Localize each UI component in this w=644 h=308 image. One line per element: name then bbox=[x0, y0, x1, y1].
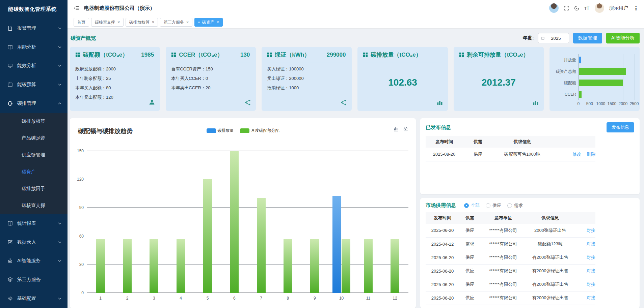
y-axis-tick: 150 bbox=[77, 149, 84, 153]
legend-allocation[interactable]: 月度碳配额分配 bbox=[240, 128, 279, 133]
year-picker[interactable] bbox=[538, 33, 569, 43]
bar-group bbox=[114, 151, 140, 293]
card-title: CCER（tCO₂e） bbox=[179, 51, 223, 59]
bar-group bbox=[328, 151, 355, 293]
emission-bar bbox=[332, 196, 341, 293]
user-avatar[interactable] bbox=[595, 3, 604, 13]
grid-icon bbox=[363, 52, 368, 57]
sidebar-item-verification-support[interactable]: 碳核查支撑 bbox=[0, 197, 68, 214]
tab-home[interactable]: 首页 bbox=[74, 18, 89, 27]
bar-group bbox=[221, 151, 248, 293]
allocation-bar bbox=[230, 151, 239, 293]
connect-link[interactable]: 对接 bbox=[587, 255, 595, 260]
sidebar-item-reports[interactable]: 统计报表 bbox=[0, 214, 68, 233]
share-icon bbox=[340, 99, 347, 107]
sidebar-item-supply-chain[interactable]: 供应链管理 bbox=[0, 147, 68, 163]
calendar-icon bbox=[541, 36, 544, 40]
sidebar-item-label: 数据录入 bbox=[17, 239, 58, 245]
line-chart-toggle-icon[interactable] bbox=[403, 126, 408, 131]
close-tab-icon[interactable]: × bbox=[117, 20, 120, 25]
more-menu-icon[interactable]: ⋮ bbox=[633, 5, 639, 11]
table-header-row: 发布时间 供需 发布单位 供求信息 bbox=[426, 212, 595, 224]
mini-bar-row: CCER bbox=[579, 89, 634, 100]
connect-link[interactable]: 对接 bbox=[587, 228, 595, 233]
chevron-down-icon bbox=[58, 241, 61, 244]
calendar-icon bbox=[7, 82, 13, 87]
table-row: 2025-06-20供应******有限公司有2000张绿证出售对接 bbox=[426, 264, 595, 278]
close-tab-icon[interactable]: × bbox=[186, 20, 189, 25]
sidebar-item-third-party[interactable]: 第三方服务 bbox=[0, 270, 68, 289]
table-row: 2025-06-20供应******有限公司有2000张绿证出售对接 bbox=[426, 291, 595, 305]
sidebar-item-energy-analysis[interactable]: 用能分析 bbox=[0, 38, 68, 57]
allocation-bar bbox=[342, 239, 350, 293]
sidebar-item-alarm[interactable]: 报警管理 bbox=[0, 19, 68, 38]
data-management-button[interactable]: 数据管理 bbox=[573, 33, 602, 43]
grid-icon bbox=[171, 52, 176, 57]
stat-cards: 碳配额（tCO₂e） 1985 政府发放配额：2000 上年剩余配额：25 本年… bbox=[70, 47, 640, 111]
sidebar-item-ai-services[interactable]: AI智能服务 bbox=[0, 252, 68, 271]
year-input[interactable] bbox=[546, 36, 566, 41]
radio-all[interactable]: 全部 bbox=[464, 203, 480, 209]
bar-group bbox=[167, 151, 194, 293]
page-content: 碳资产概览 年度: 数据管理 AI智能分析 碳配额（tCO₂e） 1985 bbox=[68, 29, 644, 308]
ai-analysis-button[interactable]: AI智能分析 bbox=[606, 33, 640, 43]
mini-bar bbox=[579, 91, 582, 98]
sidebar-item-label: 第三方服务 bbox=[17, 277, 61, 283]
published-panel-title: 已发布信息 bbox=[426, 124, 451, 131]
sidebar-item-label: 能效分析 bbox=[17, 63, 58, 69]
published-info-panel: 已发布信息 发布信息 发布时间 供需 供求信息 2025-08-20 bbox=[420, 118, 640, 194]
collapse-sidebar-icon[interactable] bbox=[74, 5, 79, 11]
bar-group bbox=[248, 151, 274, 293]
emissions-value: 102.63 bbox=[363, 77, 442, 88]
grid-icon bbox=[267, 52, 272, 57]
sidebar-item-emission-factor[interactable]: 碳排放因子 bbox=[0, 180, 68, 197]
assistant-avatar[interactable] bbox=[549, 3, 559, 13]
stamp-icon bbox=[149, 99, 155, 107]
connect-link[interactable]: 对接 bbox=[587, 282, 595, 287]
sidebar-item-efficiency[interactable]: 能效分析 bbox=[0, 56, 68, 75]
radio-supply[interactable]: 供应 bbox=[486, 203, 501, 209]
main-area: 电器制造股份有限公司（演示） тT 演示用户 ⋮ 首页 碳核查支撑× 碳排放核算… bbox=[68, 0, 644, 308]
company-title: 电器制造股份有限公司（演示） bbox=[84, 5, 155, 11]
tab-carbon-accounting[interactable]: 碳排放核算× bbox=[126, 18, 158, 27]
market-table: 发布时间 供需 发布单位 供求信息 2025-06-20供应******有限公司… bbox=[426, 212, 595, 305]
sidebar-item-settings[interactable]: 基础配置 bbox=[0, 289, 68, 308]
edit-link[interactable]: 修改 bbox=[572, 152, 581, 157]
assets-overview-mini-chart: 排放量碳资产总额碳配额CCER 05001000150020002500 bbox=[549, 47, 640, 111]
close-tab-icon[interactable]: × bbox=[217, 20, 219, 25]
connect-link[interactable]: 对接 bbox=[587, 268, 595, 273]
close-tab-icon[interactable]: × bbox=[152, 20, 154, 25]
market-filter-radios: 全部 供应 需求 bbox=[464, 203, 523, 209]
mini-bar-label: 碳资产总额 bbox=[551, 69, 576, 74]
radio-demand[interactable]: 需求 bbox=[507, 203, 523, 209]
bar-group bbox=[382, 151, 408, 293]
connect-link[interactable]: 对接 bbox=[587, 295, 595, 300]
sidebar-item-carbon-assets[interactable]: 碳资产 bbox=[0, 163, 68, 180]
market-info-panel: 市场供需信息 全部 供应 需求 发布时间 供需 发布单位 供求信息 bbox=[420, 198, 640, 308]
font-size-icon[interactable]: тT bbox=[585, 5, 590, 11]
sidebar-item-carbon-accounting[interactable]: 碳排放核算 bbox=[0, 113, 68, 130]
tab-third-party[interactable]: 第三方服务× bbox=[160, 18, 192, 27]
sidebar-item-data-entry[interactable]: 数据录入 bbox=[0, 233, 68, 252]
mini-bar-row: 碳资产总额 bbox=[579, 66, 634, 77]
connect-link[interactable]: 对接 bbox=[587, 241, 595, 246]
fullscreen-icon[interactable] bbox=[564, 5, 569, 11]
table-row: 2025-04-12需求******有限公司碳配额123吨对接 bbox=[426, 237, 595, 251]
bar-group bbox=[301, 151, 328, 293]
tab-verification-support[interactable]: 碳核查支撑× bbox=[91, 18, 124, 27]
tab-carbon-assets[interactable]: ●碳资产× bbox=[194, 18, 223, 27]
dark-mode-moon-icon[interactable] bbox=[574, 5, 580, 11]
card-value: 1985 bbox=[141, 52, 155, 58]
sidebar-item-carbon-mgmt[interactable]: 碳排管理 bbox=[0, 94, 68, 113]
alarm-report-icon bbox=[7, 26, 13, 31]
chevron-down-icon bbox=[58, 83, 61, 86]
bar-chart-toggle-icon[interactable] bbox=[394, 126, 399, 131]
delete-link[interactable]: 删除 bbox=[587, 152, 595, 157]
chart-legend: 碳排放量 月度碳配额分配 bbox=[207, 128, 279, 133]
chevron-down-icon bbox=[58, 222, 61, 225]
publish-info-button[interactable]: 发布信息 bbox=[607, 122, 634, 132]
card-remaining-allowance: 剩余可排放量（tCO₂e） 2012.37 bbox=[454, 47, 544, 111]
legend-emissions[interactable]: 碳排放量 bbox=[207, 128, 234, 133]
sidebar-item-budget[interactable]: 能碳预算 bbox=[0, 75, 68, 94]
sidebar-item-product-footprint[interactable]: 产品碳足迹 bbox=[0, 130, 68, 147]
